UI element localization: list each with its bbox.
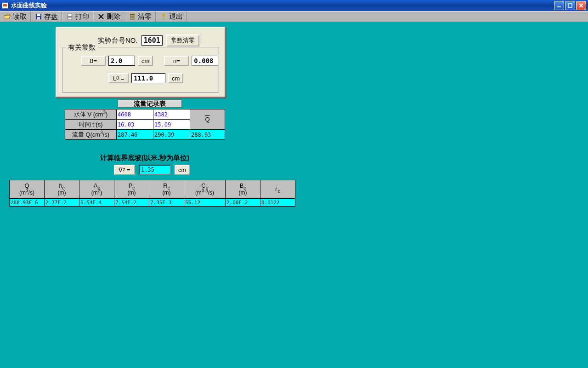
clear-constants-button[interactable]: 常数清零 <box>166 34 199 46</box>
q2-cell: 290.39 <box>153 130 190 140</box>
svg-rect-1 <box>568 4 572 7</box>
close-button[interactable] <box>576 1 586 10</box>
hdr-Q: Q(m3/s) <box>10 180 45 199</box>
vz-input[interactable] <box>139 165 171 175</box>
table-header-row: Q(m3/s) hc(m) Ac(m2) Pc(m) Rc(m) Cc(m0.5… <box>10 180 295 199</box>
minimize-button[interactable] <box>554 1 564 10</box>
hdr-ic: i c <box>260 180 295 199</box>
table-row: 流量 Q(cm3/s) 287.46 290.39 288.93 <box>65 130 225 140</box>
v2-cell[interactable]: 4382 <box>153 109 190 120</box>
val-ic: 0.0122 <box>260 199 295 207</box>
station-input[interactable] <box>141 35 163 46</box>
read-label: 读取 <box>13 12 27 21</box>
clear-button[interactable]: 清零 <box>124 12 156 22</box>
svg-rect-6 <box>37 17 40 19</box>
v1-cell[interactable]: 4608 <box>117 109 153 120</box>
critical-slope-title: 计算临界底坡(以米.秒为单位) <box>100 154 189 162</box>
B-input[interactable] <box>108 56 135 66</box>
L0-unit: cm <box>168 73 183 83</box>
read-button[interactable]: 读取 <box>0 12 31 22</box>
printer-icon <box>66 13 74 20</box>
hdr-Bc: Bc(m) <box>226 180 260 199</box>
flow-record-title: 流量记录表 <box>118 99 182 108</box>
row-q-label: 流量 Q(cm3/s) <box>65 130 117 140</box>
flow-record-table: 水体 V (cm3) 4608 4382 Q 时间 t (s) 16.03 15… <box>65 109 225 140</box>
svg-rect-13 <box>130 14 135 15</box>
hdr-Cc: Cc(m0.5/s) <box>184 180 226 199</box>
folder-open-icon <box>4 13 11 20</box>
window-title: 水面曲线实验 <box>11 1 47 10</box>
svg-rect-0 <box>557 6 561 7</box>
titlebar: 水面曲线实验 <box>0 0 588 11</box>
q1-cell: 287.46 <box>117 130 153 140</box>
val-Rc: 7.35E-3 <box>149 199 184 207</box>
B-unit: cm <box>138 56 153 66</box>
val-Ac: 5.54E-4 <box>79 199 114 207</box>
delete-label: 删除 <box>107 12 120 21</box>
save-label: 存盘 <box>44 12 58 21</box>
floppy-icon <box>35 13 42 20</box>
save-button[interactable]: 存盘 <box>31 12 62 22</box>
clear-label: 清零 <box>138 12 152 21</box>
exit-label: 退出 <box>169 12 183 21</box>
n-input[interactable] <box>192 56 218 66</box>
L0-label-button[interactable]: L0 = <box>108 73 129 83</box>
qbar-label: Q <box>190 109 225 130</box>
vz-label-button[interactable]: ∇z = <box>114 165 135 175</box>
row-v-label: 水体 V (cm3) <box>65 109 117 120</box>
exit-icon <box>160 13 167 20</box>
val-Q: 288.93E-6 <box>10 199 45 207</box>
svg-rect-5 <box>37 14 40 16</box>
station-label: 实验台号NO. <box>98 36 138 45</box>
t2-cell[interactable]: 15.09 <box>153 120 190 130</box>
val-Pc: 7.54E-2 <box>114 199 149 207</box>
fieldset-legend: 有关常数 <box>66 43 97 52</box>
app-icon <box>2 2 8 9</box>
constants-fieldset: 有关常数 B= cm n= L0 = cm <box>62 47 219 93</box>
t1-cell[interactable]: 16.03 <box>117 120 153 130</box>
qbar-value: 288.93 <box>190 130 225 140</box>
constants-panel: 实验台号NO. 常数清零 有关常数 B= cm n= L0 = cm <box>56 27 226 98</box>
hdr-Pc: Pc(m) <box>114 180 149 199</box>
svg-rect-8 <box>68 14 72 16</box>
exit-button[interactable]: 退出 <box>156 12 187 22</box>
critical-slope-table: Q(m3/s) hc(m) Ac(m2) Pc(m) Rc(m) Cc(m0.5… <box>9 180 295 207</box>
delete-button[interactable]: 删除 <box>93 12 124 22</box>
table-row: 288.93E-6 2.77E-2 5.54E-4 7.54E-2 7.35E-… <box>10 199 295 207</box>
B-label-button[interactable]: B= <box>81 56 106 66</box>
hdr-hc: hc(m) <box>45 180 79 199</box>
val-Cc: 55.12 <box>184 199 226 207</box>
toolbar: 读取 存盘 打印 删除 清零 退出 <box>0 11 588 22</box>
svg-rect-9 <box>68 17 72 19</box>
trash-icon <box>129 13 136 20</box>
print-label: 打印 <box>75 12 89 21</box>
row-t-label: 时间 t (s) <box>65 120 117 130</box>
x-icon <box>97 13 105 20</box>
maximize-button[interactable] <box>565 1 575 10</box>
vz-unit: cm <box>175 165 190 175</box>
L0-input[interactable] <box>131 73 165 83</box>
hdr-Rc: Rc(m) <box>149 180 184 199</box>
table-row: 水体 V (cm3) 4608 4382 Q <box>65 109 225 120</box>
n-label-button[interactable]: n= <box>164 56 189 66</box>
val-hc: 2.77E-2 <box>45 199 79 207</box>
print-button[interactable]: 打印 <box>62 12 93 22</box>
val-Bc: 2.00E-2 <box>226 199 260 207</box>
hdr-Ac: Ac(m2) <box>79 180 114 199</box>
